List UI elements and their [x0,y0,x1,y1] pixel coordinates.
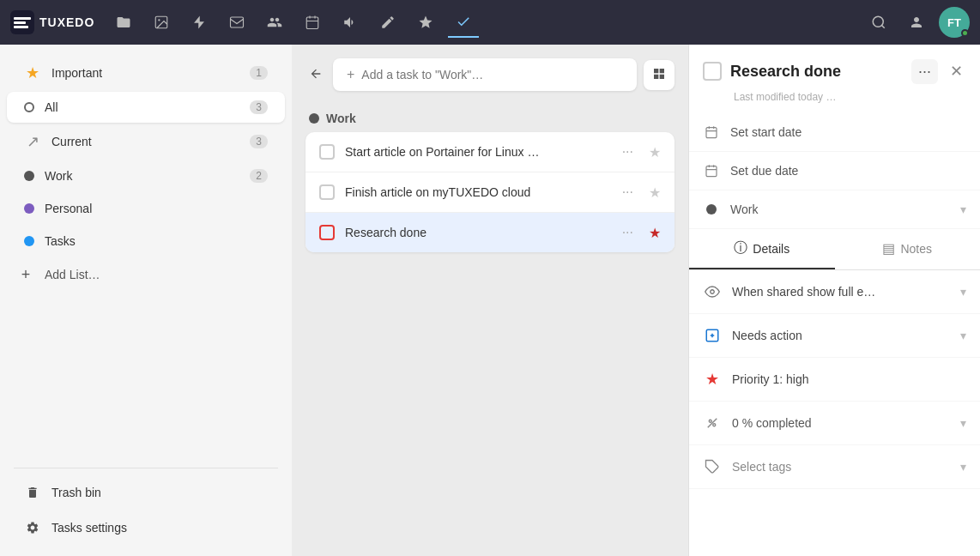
main-layout: ★ Important 1 All 3 ↗ Current 3 Work 2 P… [0,45,980,556]
svg-point-14 [713,424,716,426]
task-label-2: Finish article on myTUXEDO cloud [345,185,607,199]
task-star-3[interactable]: ★ [649,225,661,241]
sidebar-divider [14,468,278,468]
image-icon-btn[interactable] [146,7,177,38]
add-task-bar[interactable]: + [333,58,637,91]
star-icon: ★ [24,64,41,82]
detail-list-label: Work [730,202,950,216]
list-chevron-icon: ▾ [960,202,966,216]
completed-row[interactable]: 0 % completed ▾ [689,402,980,445]
volume-icon-btn[interactable] [335,7,366,38]
task-more-button-3[interactable]: ··· [617,223,638,242]
detail-close-button[interactable]: ✕ [947,58,966,84]
priority-row[interactable]: ★ Priority 1: high [689,358,980,402]
needs-action-row[interactable]: Needs action ▾ [689,314,980,358]
logo-icon [10,10,34,34]
when-shared-label: When shared show full e… [732,285,950,299]
set-start-date-row[interactable]: Set start date [689,113,980,152]
sidebar-item-count: 3 [250,135,268,148]
tasklist-header: + [305,58,675,91]
task-checkbox-3[interactable] [319,225,335,240]
svg-point-8 [873,16,883,27]
users-icon-btn[interactable] [259,7,290,38]
tab-notes[interactable]: ▤ Notes [835,229,981,269]
svg-rect-1 [14,17,31,20]
sidebar-item-tasks[interactable]: Tasks [7,226,285,257]
check-icon [456,14,471,29]
tags-row[interactable]: Select tags ▾ [689,445,980,489]
task-group-header: Work [305,105,675,132]
sidebar: ★ Important 1 All 3 ↗ Current 3 Work 2 P… [0,45,292,556]
work-dot-icon [24,171,34,181]
set-due-date-row[interactable]: Set due date [689,152,980,190]
view-toggle-button[interactable] [644,60,675,90]
task-more-button-2[interactable]: ··· [617,183,638,202]
task-checkbox-2[interactable] [319,184,335,200]
mail-icon [229,15,245,30]
calendar-due-icon [703,162,720,179]
calendar-icon-btn[interactable] [297,7,328,38]
sidebar-item-current[interactable]: ↗ Current 3 [7,124,285,159]
sidebar-item-label: Important [51,66,239,80]
tag-icon [703,457,722,476]
detail-more-button[interactable]: ··· [911,59,938,84]
task-list-panel: + Work Start article on Portainer for Li… [292,45,688,556]
add-list-button[interactable]: + Add List… [0,257,292,292]
star-icon-btn[interactable] [410,7,441,38]
when-shared-chevron: ▾ [960,285,966,299]
table-row: Finish article on myTUXEDO cloud ··· ★ [305,172,675,213]
priority-star-icon: ★ [703,370,722,389]
add-task-plus-icon: + [347,67,354,82]
plus-icon: + [17,266,34,283]
eye-icon [703,282,722,301]
app-logo[interactable]: TUXEDO [10,10,94,34]
task-star-1[interactable]: ★ [649,144,661,160]
bolt-icon-btn[interactable] [184,7,215,38]
collapse-button[interactable] [305,63,326,87]
search-icon-btn[interactable] [863,7,894,38]
calendar-start-icon [703,124,720,141]
detail-task-checkbox[interactable] [703,62,722,81]
search-icon [871,15,886,30]
detail-title: Research done [730,63,903,81]
svg-rect-3 [14,26,28,28]
sidebar-item-personal[interactable]: Personal [7,193,285,224]
folder-icon [116,15,131,30]
sidebar-item-trash[interactable]: Trash bin [7,475,285,510]
sidebar-item-work[interactable]: Work 2 [7,160,285,191]
avatar[interactable]: FT [939,7,970,38]
when-shared-row[interactable]: When shared show full e… ▾ [689,270,980,314]
app-name: TUXEDO [39,15,94,29]
volume-icon [342,15,358,30]
all-dot-icon [24,102,34,112]
avatar-status-dot [961,29,969,37]
svg-rect-2 [14,21,26,24]
tab-details[interactable]: ⓘ Details [689,229,835,269]
topbar: TUXEDO FT [0,0,980,45]
task-more-button-1[interactable]: ··· [617,142,638,161]
sidebar-item-label: Tasks [45,234,268,248]
task-star-2[interactable]: ★ [649,184,661,201]
add-task-input[interactable] [361,68,623,82]
task-checkbox-1[interactable] [319,144,335,160]
task-list: Start article on Portainer for Linux … ·… [305,132,675,252]
detail-list-row[interactable]: Work ▾ [689,190,980,229]
sidebar-item-settings[interactable]: Tasks settings [7,511,285,545]
detail-tabs: ⓘ Details ▤ Notes [689,229,980,270]
completed-label: 0 % completed [732,416,950,430]
detail-panel: Research done ··· ✕ Last modified today … [688,45,980,556]
folder-icon-btn[interactable] [108,7,139,38]
pen-icon-btn[interactable] [372,7,403,38]
sidebar-item-important[interactable]: ★ Important 1 [7,56,285,90]
needs-action-label: Needs action [732,329,950,342]
svg-rect-7 [307,17,319,29]
sidebar-item-label: Current [51,135,239,148]
gear-icon [24,519,41,536]
mail-icon-btn[interactable] [221,7,252,38]
percent-icon [703,414,722,432]
contact-icon-btn[interactable] [901,7,932,38]
check-icon-btn[interactable] [448,7,479,38]
sidebar-item-all[interactable]: All 3 [7,92,285,123]
trash-icon [24,484,41,501]
task-group-work: Work Start article on Portainer for Linu… [305,105,675,252]
